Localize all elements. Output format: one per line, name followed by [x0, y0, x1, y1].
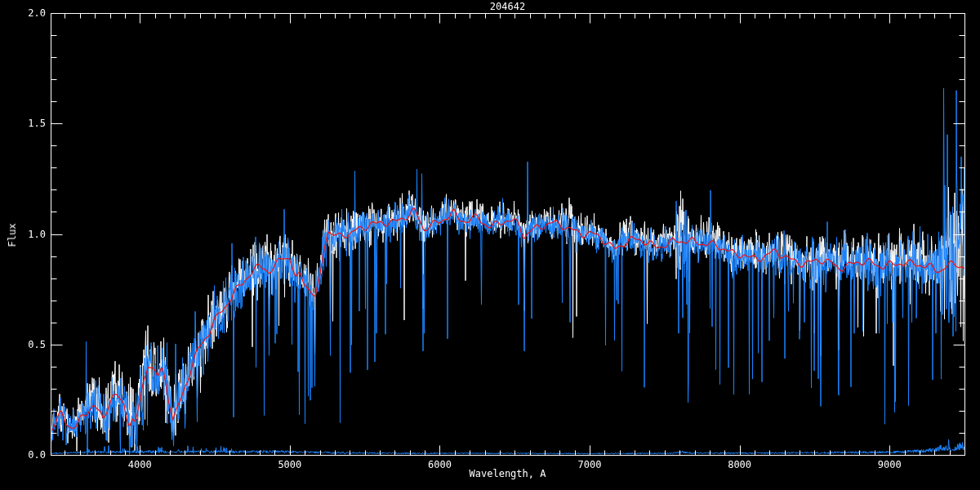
spectrum-plot-canvas — [0, 0, 980, 490]
x-tick-label: 8000 — [728, 459, 751, 470]
x-tick-label: 5000 — [278, 459, 301, 470]
x-tick-label: 9000 — [878, 459, 902, 470]
x-tick-label: 6000 — [428, 459, 452, 470]
y-tick-label: 1.0 — [0, 229, 46, 240]
y-tick-label: 2.0 — [0, 7, 46, 19]
y-tick-label: 0.0 — [0, 449, 46, 461]
x-axis-label: Wavelength, A — [51, 468, 964, 479]
spectrum-figure: 204642 Wavelength, A Flux 40005000600070… — [0, 0, 980, 490]
y-tick-label: 1.5 — [0, 118, 46, 129]
y-tick-label: 0.5 — [0, 339, 46, 350]
x-tick-label: 4000 — [128, 459, 152, 470]
x-tick-label: 7000 — [578, 459, 602, 470]
plot-title: 204642 — [51, 1, 964, 12]
